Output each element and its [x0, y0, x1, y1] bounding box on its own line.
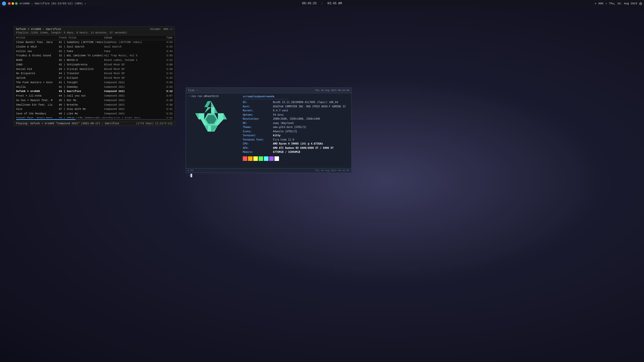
track-time: 3:39	[160, 67, 173, 71]
track-artist: ZABO	[16, 63, 59, 67]
track-album: Symphony (JETFIRE remix)	[104, 40, 160, 44]
progress-bar[interactable]	[16, 119, 173, 120]
table-row[interactable]: Sivz 07 | Stay With Me Compound 2021 5:3…	[14, 107, 175, 112]
fish-bottom-time: Thu 10 Aug 2023 09:45:06	[315, 169, 349, 172]
table-row[interactable]: Smalltown DJs feat. Lis 06 | Breathe Com…	[14, 103, 175, 107]
fish-duration: 2.5s	[188, 169, 194, 172]
track-time: 4:54	[160, 40, 173, 44]
neofetch-info-row: CPU: AMD Ryzen 9 3900X (24) @ 4.673GHz	[243, 142, 349, 146]
neofetch-info-row: Uptime: 54 mins	[243, 113, 349, 117]
table-row[interactable]: TroyBoi & Stooki Sound 32 | W2L (Welcome…	[14, 54, 175, 58]
mpd-playlist-info: Playlist (1291 items, length: 3 days, 9 …	[16, 31, 173, 34]
table-row[interactable]: Frost × ill-esha 04 | call you out Compo…	[14, 94, 175, 98]
track-time: 3:22	[160, 112, 173, 116]
info-val: 54 mins	[273, 113, 284, 117]
color-swatch	[248, 156, 253, 161]
taskbar-right: ☀ 80% ♪ Thu, 10. Aug 2023 ⏻	[595, 2, 642, 5]
track-title: 32 | W2L (Welcome To London)	[59, 54, 104, 58]
table-row[interactable]: Defunk × ero808 03 | Sacrifice Compound …	[14, 89, 175, 94]
svg-marker-0	[211, 101, 215, 107]
info-key: Terminal:	[243, 133, 273, 138]
table-row[interactable]: Uplink 07 | Eclipse Blood Moon EP 5:33	[14, 76, 175, 80]
track-title: 05 | Not Me	[59, 99, 104, 103]
table-row[interactable]: CloZee & VOLO 01 | Soul Search Soul Sear…	[14, 45, 175, 49]
track-album: Compound 2021	[104, 85, 160, 89]
track-album: Compound 2021	[104, 103, 160, 107]
track-title: 01 | Tonight	[59, 81, 104, 85]
track-title: 02 | NEXUS-6	[59, 58, 104, 62]
track-title: 03 | Crystal Satellite	[59, 67, 104, 71]
neofetch-info-row: OS: NixOS 23.11.20230808.41c7605 (Tapir)…	[243, 100, 349, 105]
taskbar-date: Thu, 10. Aug 2023	[609, 2, 637, 5]
info-key: Kernel:	[243, 109, 273, 113]
col-album: Album	[104, 36, 160, 39]
track-album: Black Label, Volume 1	[104, 58, 160, 62]
track-album: Blood Moon EP	[104, 76, 160, 80]
color-swatch	[243, 156, 247, 161]
neofetch-info-row: Terminal Font: Fira Code 11.0	[243, 138, 349, 142]
track-time: 3:55	[160, 81, 173, 85]
track-time: 3:53	[160, 85, 173, 89]
table-row[interactable]: Tchami feat. Stacy Bart 10 | After Life …	[14, 116, 175, 118]
mpd-playing-info: Playing: Defunk × ero808 "Compound 2021"…	[16, 122, 119, 125]
track-artist: Clean Bandit feat. Zara	[16, 40, 59, 44]
svg-marker-2	[224, 113, 227, 119]
track-title: 10 | After Life (Habstrakt remix)	[59, 116, 104, 118]
table-row[interactable]: No Etiquette 04 | Traveler Blood Moon EP…	[14, 71, 175, 76]
table-row[interactable]: So Sus × Maazel feat. M 05 | Not Me Comp…	[14, 98, 175, 103]
fish-command-prompt: ~ nix run n#neofetch	[188, 95, 239, 98]
neofetch-info-row: GPU: AMD ATI Radeon RX 6800/6800 XT / 69…	[243, 146, 349, 150]
track-artist: BAR9	[16, 58, 59, 62]
app-icon[interactable]	[2, 2, 6, 6]
track-album: Compound 2021	[104, 94, 160, 98]
window-controls	[8, 2, 18, 5]
taskbar-title: ero808 – Sacrifice (01:22/03:12) (38%) ♪	[20, 2, 86, 5]
track-artist: Collin Jax	[16, 50, 59, 54]
track-album: Compound 2021	[104, 99, 160, 103]
neofetch-info-row: Terminal: kitty	[243, 133, 349, 138]
neofetch-info-row: DE: sway (Wayland)	[243, 121, 349, 125]
table-row[interactable]: ZABO 02 | Schizophrenia Blood Moon EP 3:…	[14, 63, 175, 67]
track-time: 3:12	[160, 89, 173, 94]
track-time: 5:31	[160, 107, 173, 111]
table-row[interactable]: Social Kid 03 | Crystal Satellite Blood …	[14, 67, 175, 72]
color-swatch	[264, 156, 268, 161]
track-artist: No Etiquette	[16, 72, 59, 76]
track-title: 01 | Fake	[59, 50, 104, 54]
track-title: 04 | Traveler	[59, 72, 104, 76]
table-row[interactable]: The Funk Hunters × Kote 01 | Tonight Com…	[14, 80, 175, 85]
track-time: 3:59	[160, 116, 173, 118]
track-artist: Social Kid	[16, 67, 59, 71]
info-val: NixOS 23.11.20230808.41c7605 (Tapir) x86…	[273, 100, 338, 105]
track-title: 02 | Someday	[59, 85, 104, 89]
close-button[interactable]	[8, 2, 11, 5]
info-key: DE:	[243, 121, 273, 125]
table-row[interactable]: BAR9 02 | NEXUS-6 Black Label, Volume 1 …	[14, 58, 175, 63]
table-row[interactable]: Clean Bandit feat. Zara 01 | Symphony (J…	[14, 40, 175, 45]
fish-cursor[interactable]	[190, 174, 192, 177]
info-val: 6776MiB / 32004MiB	[273, 150, 300, 154]
track-time: 3:09	[160, 63, 173, 67]
track-album: Blood Moon EP	[104, 63, 160, 67]
track-time: 3:41	[160, 72, 173, 76]
table-row[interactable]: Akylla 02 | Someday Compound 2021 3:53	[14, 85, 175, 89]
table-row[interactable]: Collin Jax 01 | Fake Fake 3:44	[14, 49, 175, 54]
mpd-col-headers: Artist Track Title Album Time	[14, 35, 175, 40]
taskbar: ero808 – Sacrifice (01:22/03:12) (38%) ♪…	[0, 0, 644, 7]
neofetch-info-row: Memory: 6776MiB / 32004MiB	[243, 150, 349, 154]
track-album: Blood Moon EP	[104, 72, 160, 76]
taskbar-time2: 03:45 AM	[328, 2, 342, 5]
track-artist: Smalltown DJs feat. Lis	[16, 103, 59, 107]
track-title: 04 | call you out	[59, 94, 104, 98]
minimize-button[interactable]	[12, 2, 14, 5]
nix-logo	[188, 99, 234, 149]
track-time: 4:12	[160, 58, 173, 62]
fish-prompt-line: ~	[186, 173, 351, 178]
info-key: Memory:	[243, 150, 273, 154]
maximize-button[interactable]	[15, 2, 18, 5]
table-row[interactable]: Case of the Mondays 08 | Like Me Compoun…	[14, 112, 175, 116]
power-icon: ⏻	[639, 2, 642, 5]
track-title: 01 | Symphony (JETFIRE remix)	[59, 40, 104, 44]
fish-logo: ~ nix run n#neofetch	[188, 95, 239, 171]
svg-marker-8	[195, 113, 199, 119]
